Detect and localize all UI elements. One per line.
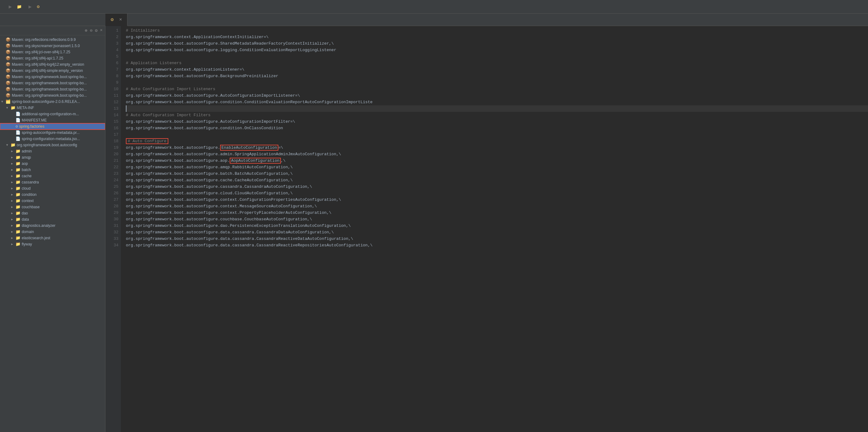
code-line: org.springframework.boot.autoconfigure.c… [126, 210, 868, 216]
line-number: 21 [105, 157, 118, 164]
code-text: org.springframework.boot.autoconfigure.a… [126, 164, 292, 171]
line-number: 11 [105, 92, 118, 99]
tree-item-label: batch [22, 168, 31, 172]
code-text: org.springframework.boot.autoconfigure.c… [126, 99, 373, 105]
tree-item-label: dao [22, 211, 28, 215]
code-text: org.springframework.boot.autoconfigure.c… [126, 196, 341, 203]
tree-item-icon: 📄 [16, 136, 21, 141]
tree-item-maven--org-springframework-boo[interactable]: 📦Maven: org.springframework.boot:spring-… [0, 80, 105, 86]
line-number: 16 [105, 125, 118, 131]
tree-item-icon: 📁 [16, 229, 21, 234]
tree-item-cassandra[interactable]: ▶📁cassandra [0, 179, 105, 185]
editor-content: 1234567891011121314151617181920212223242… [105, 26, 868, 432]
line-number: 12 [105, 99, 118, 105]
line-number: 19 [105, 145, 118, 151]
tree-item-maven--org-skyscreamer-jsonass[interactable]: 📦Maven: org.skyscreamer:jsonassert:1.5.0 [0, 43, 105, 49]
tree-item-icon: 📦 [6, 87, 10, 92]
tree-item-label: Maven: org.slf4j:jcl-over-slf4j:1.7.25 [12, 50, 70, 54]
tree-item-maven--org-springframework-boo[interactable]: 📦Maven: org.springframework.boot:spring-… [0, 86, 105, 92]
code-line: org.springframework.boot.autoconfigure.a… [126, 157, 868, 164]
tree-item-icon: 📦 [6, 74, 10, 79]
tree-item-maven--org-reflections-reflect[interactable]: 📦Maven: org.reflections:reflections:0.9.… [0, 37, 105, 43]
tab-close-button[interactable]: ✕ [119, 18, 122, 22]
line-numbers: 1234567891011121314151617181920212223242… [105, 26, 121, 432]
code-text: org.springframework.context.ApplicationC… [126, 34, 269, 40]
tree-item-maven--org-slf4j-slf4j-log4j12[interactable]: 📦Maven: org.slf4j:slf4j-log4j12:empty_ve… [0, 61, 105, 67]
tree-item-spring-boot-autoconfigure-2-0-[interactable]: ▼🗂️spring-boot-autoconfigure-2.0.6.RELEA… [0, 98, 105, 105]
tree-arrow: ▶ [11, 156, 16, 159]
tree-item-icon: 📁 [16, 242, 21, 247]
line-number: 1 [105, 27, 118, 34]
tree-item-context[interactable]: ▶📁context [0, 198, 105, 204]
tree-item-icon: ⚙️ [16, 124, 18, 129]
tree-arrow: ▶ [11, 193, 16, 196]
tree-item-icon: 📁 [16, 167, 21, 172]
line-number: 33 [105, 236, 118, 242]
line-number: 15 [105, 118, 118, 125]
code-area[interactable]: # Initializersorg.springframework.contex… [121, 26, 868, 432]
tree-item-label: Maven: org.slf4j:slf4j-api:1.7.25 [12, 56, 63, 60]
tab-spring-factories[interactable]: ⚙ ✕ [105, 13, 127, 26]
line-number: 14 [105, 112, 118, 118]
tree-item-maven--org-springframework-boo[interactable]: 📦Maven: org.springframework.boot:spring-… [0, 74, 105, 80]
tree-item-admin[interactable]: ▶📁admin [0, 148, 105, 154]
tree-arrow: ▶ [11, 149, 16, 153]
project-tree: 📦Maven: org.reflections:reflections:0.9.… [0, 35, 105, 432]
tree-item-aop[interactable]: ▶📁aop [0, 160, 105, 167]
tree-item-icon: 📁 [16, 192, 21, 197]
settings-icon[interactable]: ⚙ [95, 28, 97, 33]
tree-item-spring-configuration-metadata-[interactable]: 📄spring-configuration-metadata.jso... [0, 136, 105, 142]
tree-item-label: spring-configuration-metadata.jso... [22, 137, 80, 141]
close-sidebar-icon[interactable]: × [100, 28, 103, 33]
tree-item-data[interactable]: ▶📁data [0, 216, 105, 222]
tree-item-amqp[interactable]: ▶📁amqp [0, 154, 105, 160]
collapse-all-icon[interactable]: ⊖ [90, 28, 92, 33]
tree-arrow: ▶ [11, 199, 16, 203]
tree-item-spring-factories[interactable]: ⚙️spring.factories [0, 123, 105, 129]
tree-item-diagnostics-analyzer[interactable]: ▶📁diagnostics.analyzer [0, 222, 105, 229]
tree-item-additional-spring-configuratio[interactable]: 📄additional-spring-configuration-m... [0, 111, 105, 117]
tree-arrow: ▶ [11, 205, 16, 209]
code-text: org.springframework.boot.autoconfigure.c… [126, 125, 283, 131]
code-text: org.springframework.boot.autoconfigure.d… [126, 229, 334, 236]
tree-item-label: Maven: org.springframework.boot:spring-b… [12, 81, 87, 85]
line-number: 30 [105, 216, 118, 222]
tree-item-label: cache [22, 174, 32, 178]
tree-item-condition[interactable]: ▶📁condition [0, 191, 105, 198]
code-line: org.springframework.boot.autoconfigure.c… [126, 99, 868, 105]
tree-item-maven--org-slf4j-slf4j-api-1-7[interactable]: 📦Maven: org.slf4j:slf4j-api:1.7.25 [0, 55, 105, 61]
tree-item-maven--org-slf4j-jcl-over-slf4[interactable]: 📦Maven: org.slf4j:jcl-over-slf4j:1.7.25 [0, 49, 105, 55]
tree-item-org-springframework-boot-autoc[interactable]: ▼📁org.springframework.boot.autoconfig [0, 142, 105, 148]
tree-item-dao[interactable]: ▶📁dao [0, 210, 105, 216]
code-text: org.springframework.boot.autoconfigure.S… [126, 40, 334, 47]
editor: 1234567891011121314151617181920212223242… [105, 26, 868, 432]
tree-item-manifest-me[interactable]: 📄MANIFEST.ME [0, 117, 105, 123]
tree-item-label: Maven: org.springframework.boot:spring-b… [12, 87, 87, 91]
code-line: org.springframework.boot.autoconfigure.d… [126, 229, 868, 236]
tree-item-label: Maven: org.skyscreamer:jsonassert:1.5.0 [12, 44, 80, 48]
tree-item-icon: 📦 [6, 37, 10, 42]
tree-item-label: elasticsearch.jest [22, 236, 50, 240]
tree-item-icon: 📁 [16, 205, 21, 210]
tree-item-maven--org-slf4j-slf4j-simple-[interactable]: 📦Maven: org.slf4j:slf4j-simple:empty_ver… [0, 67, 105, 74]
code-text: org.springframework.boot.autoconfigure.l… [126, 47, 336, 53]
tree-item-maven--org-springframework-boo[interactable]: 📦Maven: org.springframework.boot:spring-… [0, 92, 105, 98]
code-line: org.springframework.boot.autoconfigure.d… [126, 222, 868, 229]
line-number: 6 [105, 60, 118, 66]
code-text: org.springframework.boot.autoconfigure.b… [126, 171, 292, 177]
tree-item-couchbase[interactable]: ▶📁couchbase [0, 204, 105, 210]
tree-item-flyway[interactable]: ▶📁flyway [0, 241, 105, 247]
tree-item-domain[interactable]: ▶📁domain [0, 229, 105, 235]
tree-item-meta-inf[interactable]: ▼📁META-INF [0, 105, 105, 111]
tree-item-label: additional-spring-configuration-m... [22, 112, 79, 116]
tree-item-cache[interactable]: ▶📁cache [0, 173, 105, 179]
expand-all-icon[interactable]: ⊕ [85, 28, 87, 33]
tree-arrow: ▶ [11, 211, 16, 215]
code-text: org.springframework.boot.autoconfigure.c… [126, 190, 292, 196]
tree-arrow: ▼ [1, 100, 6, 103]
code-line: org.springframework.boot.autoconfigure.A… [126, 118, 868, 125]
tree-item-elasticsearch-jest[interactable]: ▶📁elasticsearch.jest [0, 235, 105, 241]
tree-item-batch[interactable]: ▶📁batch [0, 167, 105, 173]
tree-item-spring-autoconfigure-metadata-[interactable]: 📄spring-autoconfigure-metadata.pr... [0, 129, 105, 136]
tree-item-cloud[interactable]: ▶📁cloud [0, 185, 105, 191]
